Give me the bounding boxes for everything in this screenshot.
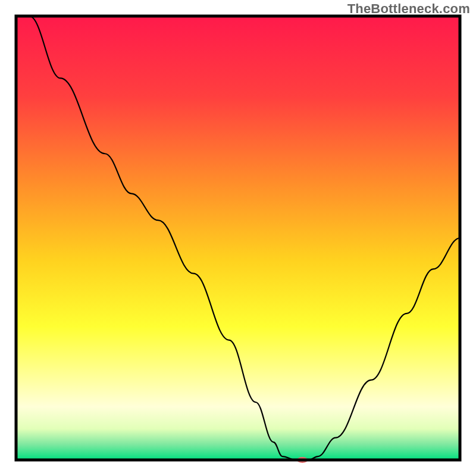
chart-background (16, 16, 460, 460)
watermark-text: TheBottleneck.com (347, 1, 470, 17)
chart-container: TheBottleneck.com (0, 0, 476, 476)
bottleneck-chart (0, 0, 476, 476)
